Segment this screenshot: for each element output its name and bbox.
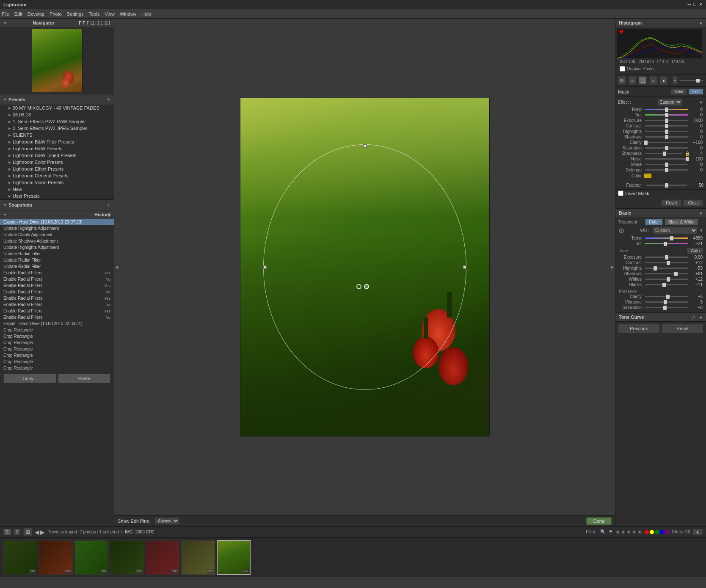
menu-window[interactable]: Window <box>120 11 136 17</box>
snapshots-add-icon[interactable]: + <box>107 202 110 208</box>
tool-slider[interactable] <box>680 80 704 81</box>
menu-view[interactable]: View <box>105 11 115 17</box>
left-expand-icon[interactable]: ◀ <box>114 259 119 276</box>
clarity-thumb[interactable] <box>644 141 648 145</box>
mask-new-button[interactable]: New <box>671 88 687 95</box>
expand-filmstrip-button[interactable]: ▲ <box>692 529 703 535</box>
history-item[interactable]: Crop Rectangle <box>0 333 114 340</box>
preset-item[interactable]: 1. Seim Effects PW2 RAW Sampler <box>0 118 114 125</box>
menu-edit[interactable]: Edit <box>14 11 22 17</box>
basic-blacks-track[interactable] <box>645 284 688 285</box>
circle-handle-right[interactable] <box>463 265 466 269</box>
zoom-fit[interactable]: FIT <box>79 21 85 25</box>
minus-icon[interactable]: − <box>673 76 677 85</box>
bw-treatment-button[interactable]: Black & White <box>665 219 698 225</box>
done-button[interactable]: Done <box>586 517 612 525</box>
menu-help[interactable]: Help <box>141 11 151 17</box>
basic-highlights-track[interactable] <box>645 268 688 269</box>
moire-track[interactable] <box>645 164 688 165</box>
moire-thumb[interactable] <box>665 163 668 167</box>
preset-item[interactable]: Lightroom General Presets <box>0 172 114 179</box>
temp-track[interactable] <box>645 109 688 110</box>
history-item[interactable]: Crop Rectangle <box>0 346 114 352</box>
healing-tool-icon[interactable]: ◻ <box>639 76 647 85</box>
preset-item[interactable]: Lightroom B&W Filter Presets <box>0 138 114 145</box>
basic-tint-thumb[interactable] <box>664 242 667 246</box>
history-item[interactable]: Export - Hard Drive (10.06.2013 23:07:23… <box>0 219 114 225</box>
basic-blacks-thumb[interactable] <box>662 283 666 287</box>
reset-button[interactable]: Reset <box>661 199 681 207</box>
minimize-btn[interactable]: ─ <box>688 2 691 7</box>
spot-removal-icon[interactable]: ● <box>660 76 668 85</box>
paste-button[interactable]: Paste <box>58 374 111 383</box>
history-item[interactable]: Crop Rectangle <box>0 327 114 333</box>
effect-select[interactable]: Custom <box>657 99 682 106</box>
basic-tint-track[interactable] <box>645 243 688 244</box>
copy-button[interactable]: Copy... <box>3 374 56 383</box>
filmstrip-thumb[interactable]: CR2 <box>181 540 215 575</box>
basic-vibrance-track[interactable] <box>645 301 688 303</box>
history-close-icon[interactable]: ✕ <box>107 212 111 218</box>
star-1[interactable]: ★ <box>615 529 620 535</box>
original-photo-checkbox[interactable] <box>620 66 625 72</box>
search-icon[interactable]: 🔍 <box>600 529 606 535</box>
circle-handle-left[interactable] <box>263 265 267 269</box>
yellow-label-dot[interactable] <box>650 530 654 534</box>
highlights-track[interactable] <box>645 131 688 132</box>
filmstrip-thumb[interactable]: CR2 <box>39 540 73 575</box>
basic-whites-thumb[interactable] <box>667 277 670 282</box>
shadows-track[interactable] <box>645 136 688 138</box>
maximize-btn[interactable]: □ <box>693 2 696 7</box>
filmstrip-thumb[interactable]: CR2 <box>74 540 108 575</box>
presets-add-icon[interactable]: + <box>107 96 110 103</box>
radial-filter-icon[interactable]: ○ <box>649 76 657 85</box>
history-item[interactable]: Crop Rectangle <box>0 352 114 359</box>
preset-item[interactable]: CLIENTS <box>0 132 114 138</box>
basic-temp-track[interactable] <box>645 237 688 239</box>
tint-thumb[interactable] <box>665 113 668 117</box>
history-item[interactable]: Crop Rectangle <box>0 340 114 346</box>
temp-thumb[interactable] <box>665 108 668 112</box>
contrast-track[interactable] <box>645 125 688 127</box>
snapshots-header[interactable]: Snapshots + <box>0 200 114 210</box>
zoom-fill[interactable]: FILL <box>87 21 95 25</box>
green-label-dot[interactable] <box>655 530 659 534</box>
purple-label-dot[interactable] <box>665 530 669 534</box>
effect-dropdown-icon[interactable]: ▼ <box>699 100 703 105</box>
defringe-thumb[interactable] <box>665 168 668 172</box>
histogram-clip-left-icon[interactable] <box>619 30 624 34</box>
history-item[interactable]: Update Radial Filter <box>0 257 114 263</box>
basic-saturation-thumb[interactable] <box>663 306 667 310</box>
grid-view-button[interactable]: ⊞ <box>23 528 32 536</box>
basic-vibrance-thumb[interactable] <box>664 300 667 304</box>
crop-tool-icon[interactable]: ○ <box>629 76 637 85</box>
wb-dropdown-icon[interactable]: ▼ <box>699 228 703 233</box>
grid-tool-icon[interactable]: ⊞ <box>618 76 626 85</box>
defringe-track[interactable] <box>645 169 688 171</box>
wb-select[interactable]: Custom <box>653 227 698 234</box>
auto-button[interactable]: Auto <box>687 248 703 254</box>
basic-contrast-track[interactable] <box>645 262 688 263</box>
saturation-track[interactable] <box>645 147 688 149</box>
basic-clarity-thumb[interactable] <box>666 295 670 299</box>
history-item[interactable]: Enable Radial Filters Yes <box>0 282 114 289</box>
preset-item[interactable]: Lightroom Color Presets <box>0 159 114 166</box>
menu-tools[interactable]: Tools <box>89 11 100 17</box>
history-item[interactable]: Crop Rectangle <box>0 365 114 371</box>
wb-eyedropper-icon[interactable] <box>618 227 625 234</box>
star-5[interactable]: ★ <box>637 529 642 535</box>
red-label-dot[interactable] <box>645 530 649 534</box>
contrast-thumb[interactable] <box>665 124 668 128</box>
basic-highlights-thumb[interactable] <box>654 266 657 271</box>
zoom-1to1[interactable]: 1:1 <box>97 21 103 25</box>
history-item[interactable]: Update Radial Filter <box>0 251 114 257</box>
basic-saturation-track[interactable] <box>645 307 688 308</box>
circle-handle-top[interactable] <box>363 144 367 148</box>
sharpness-thumb[interactable] <box>663 152 666 156</box>
feather-thumb[interactable] <box>665 183 668 188</box>
history-item[interactable]: Enable Radial Filters Yes <box>0 295 114 301</box>
preset-item[interactable]: 2. Seim Effects PW2 JPEG Sampler <box>0 125 114 132</box>
history-item[interactable]: Update Radial Filter <box>0 263 114 270</box>
star-4[interactable]: ★ <box>632 529 637 535</box>
prev-import-button[interactable]: ◀ <box>35 529 39 536</box>
